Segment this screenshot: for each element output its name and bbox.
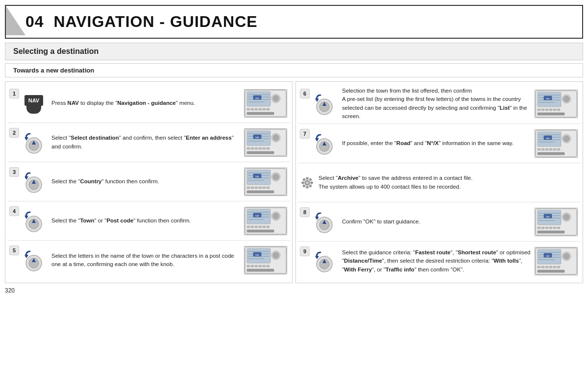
svg-rect-58 — [247, 191, 274, 193]
svg-text:NAV: NAV — [255, 175, 259, 177]
step-device: NAV — [535, 90, 579, 118]
svg-rect-37 — [247, 151, 274, 154]
step-icon — [19, 130, 49, 155]
svg-rect-120 — [557, 109, 560, 111]
step-text: Select the "Country" function then confi… — [49, 177, 244, 186]
step-icon — [19, 247, 49, 273]
subsection-title: Towards a new destination — [5, 63, 583, 77]
svg-rect-142 — [538, 152, 564, 155]
svg-rect-189 — [541, 266, 544, 268]
svg-rect-15 — [267, 108, 270, 110]
svg-point-166 — [564, 214, 569, 220]
svg-rect-190 — [545, 266, 548, 268]
svg-rect-171 — [553, 227, 556, 229]
svg-point-151 — [309, 178, 312, 181]
svg-point-152 — [306, 181, 309, 184]
svg-rect-13 — [259, 108, 262, 110]
step-row: Select "Archive" to save the address ent… — [298, 163, 581, 202]
svg-rect-119 — [553, 109, 556, 111]
svg-rect-77 — [263, 226, 266, 228]
step-number: 7 — [300, 129, 310, 139]
step-row: 7 If possible, enter the "Road" and "N°/… — [298, 124, 581, 163]
step-gear-icon — [300, 176, 315, 190]
step-device: NAV — [244, 89, 288, 118]
step-text: Select the "Town" or "Post code" functio… — [49, 217, 244, 225]
svg-rect-137 — [541, 148, 544, 150]
svg-rect-94 — [247, 265, 250, 267]
step-text: Select the guidance criteria: "Fastest r… — [339, 248, 535, 274]
step-device: NAV — [535, 247, 579, 275]
svg-point-114 — [564, 96, 569, 102]
svg-rect-173 — [538, 231, 564, 233]
svg-rect-194 — [538, 270, 564, 272]
left-column: 1 NAV Press NAV to display the "Navigati… — [5, 81, 293, 283]
svg-rect-168 — [541, 227, 544, 229]
svg-rect-52 — [247, 187, 250, 189]
svg-point-9 — [273, 96, 279, 101]
svg-rect-78 — [267, 226, 270, 228]
svg-point-149 — [303, 178, 305, 181]
step-device: NAV — [244, 207, 288, 235]
svg-rect-170 — [549, 227, 552, 229]
svg-point-72 — [273, 213, 279, 219]
step-icon — [19, 208, 49, 234]
svg-point-147 — [303, 184, 305, 187]
step-device: NAV — [244, 246, 288, 274]
right-column: 6 Selection the town from the list offer… — [295, 81, 583, 283]
svg-rect-167 — [538, 227, 540, 229]
svg-rect-172 — [557, 227, 560, 229]
step-icon: NAV — [19, 93, 49, 114]
svg-text:NAV: NAV — [255, 97, 259, 99]
svg-point-150 — [306, 177, 309, 179]
svg-text:NAV: NAV — [546, 97, 550, 99]
step-row: 6 Selection the town from the list offer… — [298, 84, 581, 124]
svg-rect-121 — [538, 113, 564, 115]
step-text: Selection the town from the list offered… — [339, 87, 535, 121]
step-row: 1 NAV Press NAV to display the "Navigati… — [7, 84, 290, 123]
svg-point-135 — [564, 136, 569, 142]
step-row: 9 Select the guidance criteria: "Fastest… — [298, 242, 581, 281]
svg-rect-117 — [545, 109, 548, 111]
step-text: Select the letters in the name of the to… — [49, 252, 244, 269]
svg-rect-35 — [263, 147, 266, 149]
svg-rect-12 — [255, 108, 258, 110]
svg-rect-169 — [545, 227, 548, 229]
svg-rect-96 — [255, 265, 258, 267]
svg-rect-16 — [247, 112, 274, 115]
step-device: NAV — [244, 128, 288, 157]
svg-rect-76 — [259, 226, 262, 228]
step-icon — [19, 169, 49, 195]
step-device: NAV — [244, 168, 288, 196]
svg-rect-140 — [553, 148, 556, 150]
svg-rect-95 — [251, 265, 254, 267]
svg-rect-74 — [251, 226, 254, 228]
step-text: Select "Select destination" and confirm,… — [49, 134, 244, 151]
svg-rect-99 — [267, 265, 270, 267]
step-device: NAV — [535, 208, 579, 236]
svg-rect-192 — [553, 266, 556, 268]
svg-point-144 — [311, 181, 313, 184]
svg-rect-75 — [255, 226, 258, 228]
step-row: 5 Select the letters in the name of the … — [7, 241, 290, 280]
step-number: 1 — [9, 89, 19, 98]
svg-rect-136 — [538, 148, 540, 150]
page-header: 04 NAVIGATION - GUIDANCE — [5, 5, 583, 39]
svg-point-187 — [564, 253, 569, 259]
step-number: 6 — [300, 89, 310, 98]
step-number: 2 — [9, 128, 19, 138]
step-icon — [310, 209, 339, 235]
svg-point-30 — [273, 135, 279, 141]
svg-rect-36 — [267, 147, 270, 149]
svg-rect-32 — [251, 147, 254, 149]
svg-rect-100 — [247, 269, 274, 271]
svg-text:NAV: NAV — [255, 136, 259, 138]
svg-rect-193 — [557, 266, 560, 268]
svg-text:NAV: NAV — [255, 214, 259, 217]
svg-rect-55 — [259, 187, 262, 189]
svg-rect-53 — [251, 187, 254, 189]
svg-rect-116 — [541, 109, 544, 111]
page-number: 320 — [5, 287, 583, 294]
step-text: Select "Archive" to save the address ent… — [315, 174, 579, 191]
svg-rect-138 — [545, 148, 548, 150]
svg-rect-34 — [259, 147, 262, 149]
